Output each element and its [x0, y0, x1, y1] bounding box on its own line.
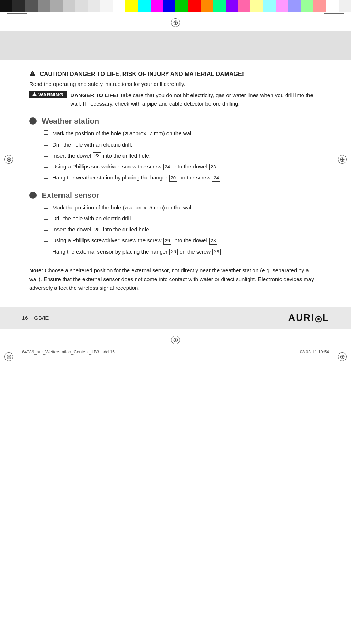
list-item: Drill the hole with an electric drill. — [44, 140, 322, 149]
square-bullet-icon — [44, 153, 48, 157]
ref-box-24a: 24 — [163, 164, 171, 171]
top-reg-mark-container: ⊕ — [0, 15, 351, 31]
bottom-left-line — [7, 332, 27, 332]
swatch-lt-magenta — [276, 0, 288, 12]
ref-box-28b: 28 — [209, 238, 217, 245]
warning-box: WARNING! DANGER TO LIFE! Take care that … — [29, 91, 322, 108]
note-block: Note: Choose a sheltered position for th… — [29, 266, 322, 292]
svg-point-1 — [317, 318, 320, 320]
square-bullet-icon — [44, 175, 48, 179]
weather-station-list: Mark the position of the hole (ø approx.… — [29, 129, 322, 182]
caution-body: Read the operating and safety instructio… — [29, 80, 322, 88]
external-sensor-bullet — [29, 192, 37, 199]
right-reg-mark-top: ⊕ — [338, 155, 347, 164]
swatch-lt-red — [313, 0, 325, 12]
swatch-lt-blue — [288, 0, 301, 12]
list-item: Mark the position of the hole (ø approx.… — [44, 129, 322, 137]
caution-title: CAUTION! DANGER TO LIFE, RISK OF INJURY … — [29, 71, 322, 77]
left-reg-circle-mid: ⊕ — [4, 352, 13, 361]
list-item: Mark the position of the hole (ø approx.… — [44, 203, 322, 212]
weather-station-title: Weather station — [42, 117, 99, 125]
top-right-line — [324, 13, 344, 14]
swatch-9 — [100, 0, 113, 12]
ref-box-29a: 29 — [163, 238, 171, 245]
ref-box-23a: 23 — [93, 152, 101, 159]
left-reg-mark: ⊕ — [4, 155, 13, 164]
gray-header-band — [0, 31, 351, 60]
bottom-bar: 64089_aur_Wetterstation_Content_LB3.indd… — [0, 347, 351, 357]
swatch-red — [188, 0, 200, 12]
es-item-4: Using a Phillips screwdriver, screw the … — [52, 236, 219, 245]
es-item-2: Drill the hole with an electric drill. — [52, 214, 132, 223]
ws-item-5: Hang the weather station by placing the … — [52, 173, 222, 182]
external-sensor-list: Mark the position of the hole (ø approx.… — [29, 203, 322, 256]
top-reg-cross: ⊕ — [173, 19, 178, 26]
list-item: Insert the dowel 28 into the drilled hol… — [44, 225, 322, 234]
note-body: Choose a sheltered position for the exte… — [29, 267, 314, 291]
ref-box-28a: 28 — [93, 227, 101, 234]
footer-region: GB/IE — [34, 315, 49, 321]
ws-item-4: Using a Phillips screwdriver, screw the … — [52, 162, 219, 171]
top-reg-mark: ⊕ — [171, 18, 180, 27]
caution-triangle-icon — [29, 71, 36, 76]
list-item: Hang the weather station by placing the … — [44, 173, 322, 182]
es-item-1: Mark the position of the hole (ø approx.… — [52, 203, 194, 212]
bottom-right-text: 03.03.11 10:54 — [300, 349, 329, 355]
right-reg-circle-mid: ⊕ — [338, 352, 347, 361]
ws-item-2: Drill the hole with an electric drill. — [52, 140, 132, 149]
swatch-cyan — [138, 0, 150, 12]
right-reg-cross-mid: ⊕ — [340, 353, 345, 360]
bottom-reg-mark: ⊕ — [171, 336, 180, 344]
warning-title-text: DANGER TO LIFE! — [70, 92, 118, 98]
square-bullet-icon — [44, 142, 48, 146]
swatch-green — [176, 0, 188, 12]
content-wrapper: ⊕ ⊕ ⊕ ⊕ CAUTION! DANGER TO LIFE, RISK OF… — [0, 60, 351, 300]
footer-logo: AURIL — [288, 312, 329, 323]
ws-item-1: Mark the position of the hole (ø approx.… — [52, 129, 194, 137]
swatch-10 — [113, 0, 125, 12]
logo-text-auri: AURI — [288, 312, 315, 323]
caution-title-text: CAUTION! DANGER TO LIFE, RISK OF INJURY … — [39, 71, 244, 77]
swatch-2 — [12, 0, 25, 12]
warning-triangle-icon — [32, 92, 37, 96]
main-content: CAUTION! DANGER TO LIFE, RISK OF INJURY … — [0, 60, 351, 300]
warning-label-text: WARNING! — [38, 92, 65, 98]
swatch-8 — [88, 0, 100, 12]
swatch-1 — [0, 0, 12, 12]
list-item: Insert the dowel 23 into the drilled hol… — [44, 151, 322, 160]
list-item: Hang the external sensor by placing the … — [44, 247, 322, 256]
logo-o-circle — [315, 314, 322, 321]
right-reg-mark-mid: ⊕ — [338, 352, 347, 361]
swatch-lt-cyan — [263, 0, 276, 12]
top-left-line — [7, 13, 27, 14]
swatch-pink — [238, 0, 250, 12]
square-bullet-icon — [44, 130, 48, 135]
ws-item-3: Insert the dowel 23 into the drilled hol… — [52, 151, 151, 160]
footer-bar: 16 GB/IE AURIL — [0, 307, 351, 329]
warning-text: DANGER TO LIFE! Take care that you do no… — [70, 91, 322, 108]
square-bullet-icon — [44, 164, 48, 168]
list-item: Using a Phillips screwdriver, screw the … — [44, 162, 322, 171]
weather-station-bullet — [29, 117, 37, 125]
square-bullet-icon — [44, 238, 48, 242]
warning-label: WARNING! — [29, 91, 67, 98]
es-item-5: Hang the external sensor by placing the … — [52, 247, 223, 256]
logo-text-l: L — [322, 312, 329, 323]
external-sensor-header: External sensor — [29, 191, 322, 200]
swatch-magenta — [151, 0, 163, 12]
swatch-5 — [50, 0, 63, 12]
es-item-3: Insert the dowel 28 into the drilled hol… — [52, 225, 151, 234]
weather-station-header: Weather station — [29, 117, 322, 125]
square-bullet-icon — [44, 249, 48, 253]
external-sensor-title: External sensor — [42, 191, 99, 200]
bottom-left-text: 64089_aur_Wetterstation_Content_LB3.indd… — [22, 349, 115, 355]
right-reg-circle-top: ⊕ — [338, 155, 347, 164]
left-reg-circle: ⊕ — [4, 155, 13, 164]
bottom-right-line — [324, 332, 344, 332]
bottom-side-lines — [0, 329, 351, 334]
swatch-mint — [213, 0, 226, 12]
footer-page-number: 16 — [22, 315, 28, 321]
swatch-lt-yellow — [250, 0, 263, 12]
left-reg-cross: ⊕ — [6, 156, 12, 163]
footer-page-info: 16 GB/IE — [22, 315, 49, 321]
